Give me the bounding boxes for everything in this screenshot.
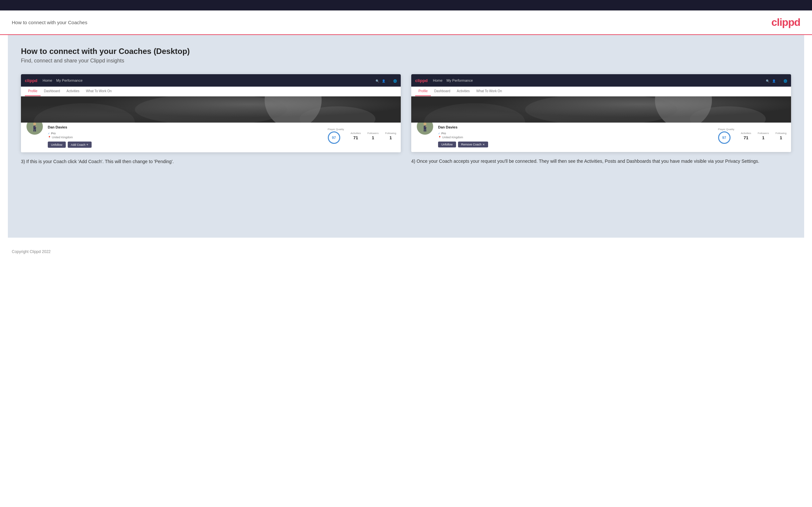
copyright-text: Copyright Clippd 2022 bbox=[12, 249, 51, 254]
right-app-navbar: clippd Home My Performance bbox=[411, 74, 791, 87]
left-stat-quality: Player Quality 97 bbox=[328, 128, 344, 144]
left-tab-activities[interactable]: Activities bbox=[63, 87, 83, 96]
right-profile-badge: Pro bbox=[438, 132, 446, 135]
page-heading: How to connect with your Coaches (Deskto… bbox=[21, 47, 791, 56]
user-icon[interactable] bbox=[382, 77, 386, 83]
right-profile-info: Dan Davies Pro United Kingdom Unfollow bbox=[411, 123, 791, 152]
svg-rect-9 bbox=[33, 129, 34, 131]
right-badge-label: Pro bbox=[441, 132, 446, 135]
svg-rect-20 bbox=[424, 129, 425, 131]
right-profile-banner bbox=[411, 97, 791, 123]
right-profile-details: Dan Davies Pro United Kingdom Unfollow bbox=[438, 125, 714, 148]
page-subheading: Find, connect and share your Clippd insi… bbox=[21, 58, 791, 64]
right-profile-buttons: Unfollow Remove Coach bbox=[438, 142, 714, 148]
right-search-icon[interactable] bbox=[766, 77, 769, 83]
right-remove-coach-button[interactable]: Remove Coach bbox=[458, 142, 488, 148]
svg-point-17 bbox=[424, 123, 426, 125]
header-title: How to connect with your Coaches bbox=[12, 19, 87, 25]
globe-icon[interactable] bbox=[393, 77, 397, 83]
left-badge-label: Pro bbox=[51, 132, 56, 135]
right-activities-label: Activities bbox=[741, 132, 751, 135]
left-profile-details: Dan Davies Pro United Kingdom Unfollow bbox=[48, 125, 324, 148]
right-profile-name: Dan Davies bbox=[438, 125, 714, 129]
right-app-nav-links: Home My Performance bbox=[433, 78, 761, 82]
left-followers-value: 1 bbox=[367, 135, 378, 140]
right-tab-what-to-work-on[interactable]: What To Work On bbox=[473, 87, 505, 96]
left-tab-profile[interactable]: Profile bbox=[25, 87, 41, 96]
footer: Copyright Clippd 2022 bbox=[0, 245, 812, 258]
header: How to connect with your Coaches clippd bbox=[0, 10, 812, 35]
right-pin-icon bbox=[438, 136, 441, 139]
left-pin-icon bbox=[48, 136, 51, 139]
left-nav-my-performance[interactable]: My Performance bbox=[56, 78, 83, 82]
left-location-text: United Kingdom bbox=[52, 136, 73, 139]
left-nav-home[interactable]: Home bbox=[43, 78, 52, 82]
svg-point-6 bbox=[33, 123, 36, 125]
left-profile-buttons: Unfollow Add Coach bbox=[48, 142, 324, 148]
right-location-text: United Kingdom bbox=[442, 136, 463, 139]
left-profile-location: United Kingdom bbox=[48, 136, 324, 139]
left-following-value: 1 bbox=[385, 135, 396, 140]
right-globe-icon[interactable] bbox=[783, 77, 787, 83]
right-nav-home[interactable]: Home bbox=[433, 78, 442, 82]
left-stat-followers: Followers 1 bbox=[367, 132, 378, 140]
right-app-nav-icons bbox=[766, 77, 787, 83]
search-icon[interactable] bbox=[375, 77, 379, 83]
right-remove-coach-label: Remove Coach bbox=[461, 143, 481, 146]
screenshots-row: clippd Home My Performance Profile bbox=[21, 74, 791, 165]
left-profile-banner-overlay bbox=[21, 97, 401, 123]
right-stats-row: Player Quality 97 Activities 71 Follower… bbox=[718, 125, 786, 144]
left-profile-badge: Pro bbox=[48, 132, 56, 135]
right-following-label: Following bbox=[775, 132, 786, 135]
right-profile-banner-overlay bbox=[411, 97, 791, 123]
right-settings-icon[interactable] bbox=[778, 77, 781, 83]
left-quality-circle: 97 bbox=[328, 131, 340, 144]
right-tab-bar: Profile Dashboard Activities What To Wor… bbox=[411, 87, 791, 97]
left-check-icon bbox=[48, 132, 50, 135]
settings-icon[interactable] bbox=[388, 77, 391, 83]
left-following-label: Following bbox=[385, 132, 396, 135]
top-bar bbox=[0, 0, 812, 10]
right-followers-value: 1 bbox=[758, 135, 769, 140]
left-profile-info: Dan Davies Pro United Kingdom Unfollow bbox=[21, 123, 401, 152]
left-plus-icon bbox=[86, 143, 88, 147]
right-caption: 4) Once your Coach accepts your request … bbox=[411, 158, 791, 165]
left-tab-what-to-work-on[interactable]: What To Work On bbox=[83, 87, 115, 96]
right-activities-value: 71 bbox=[741, 135, 751, 140]
right-x-icon bbox=[483, 143, 485, 146]
svg-rect-18 bbox=[424, 125, 426, 129]
right-stat-followers: Followers 1 bbox=[758, 132, 769, 140]
right-stat-activities: Activities 71 bbox=[741, 132, 751, 140]
right-nav-my-performance[interactable]: My Performance bbox=[447, 78, 473, 82]
left-activities-value: 71 bbox=[350, 135, 361, 140]
left-screenshot-frame: clippd Home My Performance Profile bbox=[21, 74, 401, 152]
left-app-nav-links: Home My Performance bbox=[43, 78, 370, 82]
left-tab-bar: Profile Dashboard Activities What To Wor… bbox=[21, 87, 401, 97]
left-quality-label: Player Quality bbox=[328, 128, 344, 131]
left-add-coach-button[interactable]: Add Coach bbox=[68, 142, 92, 148]
right-user-icon[interactable] bbox=[772, 77, 776, 83]
left-tab-dashboard[interactable]: Dashboard bbox=[41, 87, 63, 96]
left-stats-row: Player Quality 97 Activities 71 Follower… bbox=[328, 125, 396, 144]
left-unfollow-button[interactable]: Unfollow bbox=[48, 142, 66, 148]
right-stat-quality: Player Quality 97 bbox=[718, 128, 734, 144]
left-app-logo: clippd bbox=[25, 78, 37, 83]
right-tab-profile[interactable]: Profile bbox=[415, 87, 431, 96]
svg-rect-21 bbox=[425, 129, 426, 131]
right-check-icon bbox=[438, 132, 440, 135]
right-quality-circle: 97 bbox=[718, 131, 730, 144]
left-app-nav-icons bbox=[375, 77, 397, 83]
right-column: clippd Home My Performance Profile bbox=[411, 74, 791, 165]
left-app-navbar: clippd Home My Performance bbox=[21, 74, 401, 87]
right-profile-location: United Kingdom bbox=[438, 136, 714, 139]
left-stat-following: Following 1 bbox=[385, 132, 396, 140]
left-profile-banner bbox=[21, 97, 401, 123]
main-content: How to connect with your Coaches (Deskto… bbox=[8, 35, 804, 238]
right-unfollow-button[interactable]: Unfollow bbox=[438, 142, 456, 148]
left-column: clippd Home My Performance Profile bbox=[21, 74, 401, 165]
left-followers-label: Followers bbox=[367, 132, 378, 135]
left-profile-name: Dan Davies bbox=[48, 125, 324, 129]
right-tab-dashboard[interactable]: Dashboard bbox=[431, 87, 453, 96]
right-tab-activities[interactable]: Activities bbox=[453, 87, 473, 96]
left-stat-activities: Activities 71 bbox=[350, 132, 361, 140]
